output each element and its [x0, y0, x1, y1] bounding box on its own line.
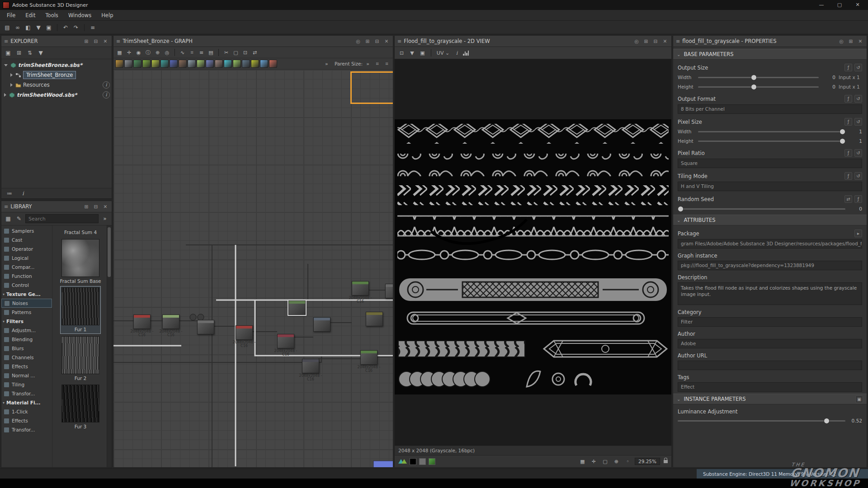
panel-menu-icon[interactable]: ≡ [397, 38, 401, 44]
package-field[interactable]: gram Files/Adobe/Adobe Substance 3D Desi… [678, 239, 862, 249]
library-asset-item[interactable]: Fur 1 [61, 286, 100, 333]
save-icon[interactable]: ▼ [34, 23, 43, 32]
output-height-slider[interactable] [698, 86, 819, 88]
expand-icon[interactable] [10, 73, 13, 77]
library-category-item[interactable]: Control [1, 281, 52, 290]
graph-node[interactable] [197, 320, 214, 334]
atomic-node-icon[interactable] [215, 60, 223, 68]
preview-swatch[interactable] [429, 458, 435, 465]
tree-item-graph[interactable]: TrimSheet_Bronze [1, 70, 112, 80]
library-category-item[interactable]: Patterns [1, 308, 52, 317]
maximize-button[interactable]: ▢ [832, 1, 847, 9]
tree-item-package[interactable]: trimSheetBronze.sbs* [1, 60, 112, 70]
uv-mode-dropdown[interactable]: UV ⌄ [435, 49, 451, 57]
background-swatch[interactable] [410, 458, 416, 465]
library-category-item[interactable]: Transfor... [1, 389, 52, 398]
dock-panel-icon[interactable]: ⊟ [373, 38, 381, 45]
panel-menu-icon[interactable]: ≡ [4, 204, 8, 210]
collapse-icon[interactable] [4, 64, 8, 66]
output-format-dropdown[interactable]: 8 Bits per Channel [678, 104, 862, 114]
center-view-icon[interactable]: ⊕ [612, 457, 621, 466]
menu-item-help[interactable]: Help [96, 10, 118, 21]
library-group-label[interactable]: ▾Filters [1, 317, 52, 326]
export-icon[interactable]: ▼ [36, 48, 45, 57]
preset-icon[interactable]: ▣ [855, 395, 863, 403]
function-icon[interactable]: ƒ [844, 95, 852, 103]
library-group-label[interactable]: ▾Texture Ge... [1, 290, 52, 299]
reset-icon[interactable]: ↺ [854, 149, 862, 157]
atomic-node-icon[interactable] [260, 60, 268, 68]
pixel-width-slider[interactable] [698, 131, 845, 132]
menu-item-file[interactable]: File [2, 10, 20, 21]
library-category-item[interactable]: 1-Click [1, 407, 52, 416]
channels-icon[interactable] [398, 459, 407, 464]
search-input[interactable] [25, 214, 99, 223]
output-height-unit-dropdown[interactable]: Input x 1 [839, 84, 862, 89]
info-icon[interactable]: i [103, 81, 110, 89]
atomic-node-icon[interactable] [133, 60, 142, 68]
atomic-node-icon[interactable] [170, 60, 178, 68]
info-icon[interactable]: i [19, 189, 28, 198]
atomic-node-icon[interactable] [269, 60, 277, 68]
parent-size-dropdown[interactable]: » [363, 60, 372, 68]
filter-icon[interactable]: ≔ [5, 189, 14, 198]
output-height-value[interactable]: 0 [822, 84, 835, 89]
library-category-item[interactable]: Function [1, 272, 52, 281]
graph-node[interactable]: 2048x2048 - C16 [162, 314, 179, 329]
graph-node[interactable]: 2048x2048 - C16 [133, 314, 151, 329]
graph-node[interactable]: 2048x2048 - C16 [277, 334, 294, 348]
output-width-unit-dropdown[interactable]: Input x 1 [839, 75, 862, 80]
menu-item-tools[interactable]: Tools [41, 10, 63, 21]
output-width-slider[interactable] [698, 77, 819, 78]
function-icon[interactable]: ƒ [844, 149, 852, 157]
graph-node[interactable] [366, 312, 383, 326]
dock-panel-icon[interactable]: ⊟ [92, 38, 99, 45]
settings-icon[interactable]: ≡ [88, 23, 97, 32]
graph-node[interactable] [313, 317, 330, 332]
random-seed-slider[interactable] [678, 208, 845, 210]
zoom-level-value[interactable]: 29.25% [635, 458, 660, 465]
library-category-item[interactable]: Blurs [1, 344, 52, 353]
asset-thumbnail[interactable] [61, 287, 99, 325]
info-toggle-icon[interactable]: i [453, 49, 461, 57]
library-asset-item[interactable]: Fur 3 [61, 384, 100, 431]
dock-panel-icon[interactable]: ⊟ [652, 38, 659, 45]
resource-link-icon[interactable]: ◧ [24, 23, 33, 32]
reset-icon[interactable]: ↺ [854, 172, 862, 180]
library-category-item[interactable]: Cast [1, 235, 52, 244]
close-panel-icon[interactable]: ✕ [102, 38, 109, 45]
zoom-fit-icon[interactable]: ◎ [163, 48, 171, 57]
asset-thumbnail[interactable] [61, 336, 99, 374]
category-field[interactable]: Filter [678, 317, 862, 327]
close-panel-icon[interactable]: ✕ [661, 38, 669, 45]
atomic-node-icon[interactable] [242, 60, 250, 68]
function-icon[interactable]: ƒ [844, 64, 852, 71]
library-asset-item[interactable]: Fractal Sum 4 [63, 227, 98, 236]
atomic-node-icon[interactable] [115, 60, 123, 68]
library-category-item[interactable]: Normal ... [1, 371, 52, 380]
library-category-item[interactable]: Blending [1, 335, 52, 344]
output-size-link-icon[interactable]: ⌗ [382, 60, 391, 68]
panel-menu-icon[interactable]: ≡ [4, 38, 8, 44]
lock-icon[interactable] [664, 460, 668, 463]
atomic-node-icon[interactable] [206, 60, 214, 68]
tree-item-package[interactable]: trimSheetWood.sbs* i [1, 90, 112, 100]
author-field[interactable]: Adobe [678, 339, 862, 348]
author-url-field[interactable] [678, 361, 862, 370]
dock-panel-icon[interactable]: ⊟ [92, 203, 99, 210]
graph-node[interactable]: 2048x2048 - C16 [360, 350, 377, 365]
fit-view-icon[interactable]: ⊡ [397, 49, 406, 57]
tree-item-resources[interactable]: Resources i [1, 80, 112, 90]
library-asset-item[interactable]: Fractal Sum Base [59, 238, 102, 285]
pan-icon[interactable]: ✛ [125, 48, 133, 57]
library-asset-item[interactable]: Fur 2 [61, 335, 100, 382]
library-category-item[interactable]: Channels [1, 353, 52, 362]
close-panel-icon[interactable]: ✕ [383, 38, 390, 45]
atomic-node-icon[interactable] [142, 60, 151, 68]
grid-icon[interactable]: ▦ [115, 48, 124, 57]
mid-swatch[interactable] [419, 458, 426, 465]
library-category-item[interactable]: Effects [1, 362, 52, 371]
import-icon[interactable]: ⇅ [25, 48, 34, 57]
expand-icon[interactable] [10, 83, 13, 87]
open-folder-icon[interactable]: ▣ [44, 23, 53, 32]
